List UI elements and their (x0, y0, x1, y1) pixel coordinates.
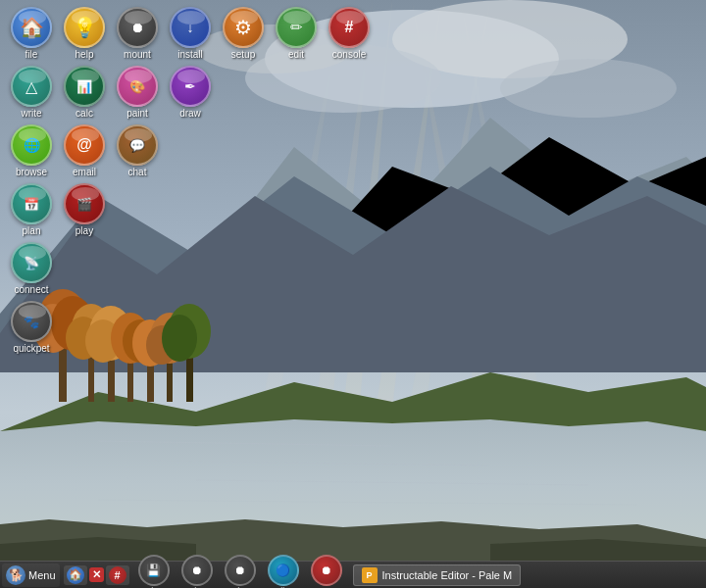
svg-point-11 (500, 59, 677, 118)
browse-icon: 🌐 (11, 124, 52, 166)
write-label: write (21, 108, 41, 119)
edit-label: edit (288, 49, 304, 60)
mount-label: mount (124, 49, 151, 60)
quickpet-label: quickpet (13, 343, 49, 354)
drive-sda3[interactable]: ⏺ sda3 (219, 555, 262, 589)
file-label: file (25, 49, 38, 60)
draw-icon-item[interactable]: ✒ draw (166, 66, 215, 119)
setup-icon-item[interactable]: ⚙ setup (219, 7, 268, 60)
taskbar-file-btn[interactable]: 🏠 (64, 565, 87, 585)
taskbar-x-label: ✕ (92, 568, 101, 581)
calc-icon: 📊 (64, 66, 105, 107)
taskbar-drives: 💾 sda1 ⏺ sda2 ⏺ sda3 🔵 sdb1 ⏺ sr0 (132, 555, 348, 589)
calc-icon-item[interactable]: 📊 calc (60, 66, 109, 119)
file-icon: 🏠 (11, 7, 52, 48)
console-icon-item[interactable]: # console (325, 7, 374, 60)
browse-label: browse (16, 167, 47, 177)
puppy-icon: 🐕 (6, 565, 25, 585)
install-icon-item[interactable]: ↓ install (166, 7, 215, 60)
install-icon: ↓ (170, 7, 211, 48)
drive-sdb1[interactable]: 🔵 sdb1 (262, 555, 305, 589)
taskbar-file-icon: 🏠 (67, 566, 84, 584)
icon-row-3: 🌐 browse @ email 💬 chat (5, 122, 376, 179)
connect-label: connect (14, 284, 48, 295)
drive-sda2-icon: ⏺ (181, 555, 213, 586)
help-icon-item[interactable]: 💡 help (60, 7, 109, 60)
console-icon: # (328, 7, 370, 48)
drive-sda1[interactable]: 💾 sda1 (132, 555, 176, 589)
edit-icon: ✏ (276, 7, 317, 48)
email-label: email (73, 167, 96, 177)
play-icon-item[interactable]: 🎬 play (60, 183, 109, 236)
plan-icon: 📅 (11, 183, 52, 224)
window-task-label: Instructable Editor - Pale M (382, 569, 513, 581)
connect-icon-item[interactable]: 📡 connect (7, 242, 56, 295)
play-icon: 🎬 (64, 183, 105, 224)
taskbar: 🐕 Menu 🏠 ✕ # 💾 sda1 ⏺ sda2 (0, 561, 706, 588)
drive-sdb1-icon: 🔵 (268, 555, 299, 586)
drive-sda3-icon: ⏺ (225, 555, 256, 586)
window-task-button[interactable]: P Instructable Editor - Pale M (353, 564, 522, 586)
email-icon: @ (64, 124, 105, 166)
quickpet-icon: 🐾 (11, 301, 52, 342)
calc-label: calc (76, 108, 93, 119)
plan-icon-item[interactable]: 📅 plan (7, 183, 56, 236)
chat-label: chat (128, 167, 147, 177)
email-icon-item[interactable]: @ email (60, 124, 109, 177)
icon-row-4: 📅 plan 🎬 play (5, 181, 376, 238)
setup-label: setup (231, 49, 255, 60)
setup-icon: ⚙ (223, 7, 264, 48)
console-label: console (332, 49, 366, 60)
plan-label: plan (23, 225, 41, 236)
drive-sr0-icon: ⏺ (311, 555, 342, 586)
write-icon: △ (11, 66, 52, 107)
menu-label: Menu (28, 569, 56, 581)
chat-icon-item[interactable]: 💬 chat (113, 124, 162, 177)
chat-icon: 💬 (117, 124, 158, 166)
quickpet-icon-item[interactable]: 🐾 quickpet (7, 301, 56, 354)
write-icon-item[interactable]: △ write (7, 66, 56, 119)
install-label: install (177, 49, 203, 60)
drive-sda2[interactable]: ⏺ sda2 (176, 555, 219, 589)
icon-row-5: 📡 connect (5, 240, 376, 297)
paint-label: paint (126, 108, 148, 119)
edit-icon-item[interactable]: ✏ edit (272, 7, 321, 60)
icon-row-6: 🐾 quickpet (5, 299, 376, 356)
window-task-icon: P (362, 567, 378, 583)
icon-row-1: 🏠 file 💡 help ⏺ mount ↓ install ⚙ setup … (5, 5, 376, 62)
taskbar-window: P Instructable Editor - Pale M (348, 564, 706, 586)
help-label: help (76, 49, 94, 60)
browse-icon-item[interactable]: 🌐 browse (7, 124, 56, 177)
taskbar-x-btn[interactable]: ✕ (89, 567, 104, 582)
help-icon: 💡 (64, 7, 105, 48)
taskbar-quicklaunch: 🏠 ✕ # (63, 565, 130, 585)
drive-sda1-icon: 💾 (138, 555, 170, 586)
paint-icon: 🎨 (117, 66, 158, 107)
taskbar-console-icon: # (109, 566, 126, 584)
taskbar-console-btn[interactable]: # (106, 565, 129, 585)
puppy-menu-button[interactable]: 🐕 Menu (2, 564, 60, 587)
mount-icon-item[interactable]: ⏺ mount (113, 7, 162, 60)
draw-icon: ✒ (170, 66, 211, 107)
connect-icon: 📡 (11, 242, 52, 283)
paint-icon-item[interactable]: 🎨 paint (113, 66, 162, 119)
mount-icon: ⏺ (117, 7, 158, 48)
taskbar-left: 🐕 Menu 🏠 ✕ # 💾 sda1 ⏺ sda2 (0, 555, 348, 589)
icon-row-2: △ write 📊 calc 🎨 paint ✒ draw (5, 64, 376, 121)
file-icon-item[interactable]: 🏠 file (7, 7, 56, 60)
drive-sr0[interactable]: ⏺ sr0 (305, 555, 348, 589)
play-label: play (76, 225, 93, 236)
desktop-icons: 🏠 file 💡 help ⏺ mount ↓ install ⚙ setup … (0, 0, 380, 363)
draw-label: draw (179, 108, 201, 119)
